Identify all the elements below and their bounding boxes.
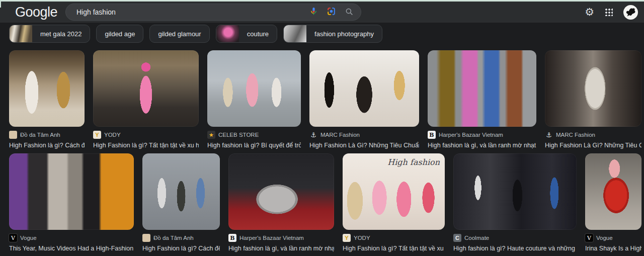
result-image[interactable] [428, 50, 536, 127]
source-favicon: C [453, 234, 461, 242]
search-submit-button[interactable] [345, 7, 354, 18]
source-name: Harper's Bazaar Vietnam [439, 132, 503, 138]
image-result-card: Đồ da Tâm Anh High Fashion là gì? Cách đ… [142, 153, 220, 252]
image-result-card: Y YODY High Fashion là gì? Tất tận tật v… [93, 50, 199, 149]
window-top-edge [0, 0, 644, 2]
apps-grid-icon [605, 8, 613, 16]
google-apps-button[interactable] [605, 8, 613, 16]
source-name: Đồ da Tâm Anh [153, 235, 194, 241]
source-name: Harper's Bazaar Vietnam [239, 235, 304, 241]
source-name: MARC Fashion [320, 132, 360, 138]
result-image[interactable] [93, 50, 199, 127]
source-name: Coolmate [464, 235, 489, 241]
result-title[interactable]: High fashion là gì? Bí quyết để trở thà.… [207, 142, 301, 149]
image-result-card: Đồ da Tâm Anh High Fashion là gì? Cách đ… [9, 50, 85, 149]
result-image[interactable] [9, 153, 134, 230]
source-name: Vogue [596, 235, 613, 241]
chip-met-gala-2022[interactable]: met gala 2022 [9, 25, 90, 43]
result-title[interactable]: High fashion là gì? Haute couture và nhữ… [453, 245, 577, 252]
result-image[interactable] [585, 153, 641, 230]
source-favicon: V [9, 234, 17, 242]
chip-gilded-glamour[interactable]: gilded glamour [149, 25, 209, 43]
source-favicon: Y [93, 131, 101, 139]
source-name: CELEB STORE [218, 132, 259, 138]
result-title[interactable]: High Fashion là gì? Cách để ... [9, 142, 85, 149]
chip-thumbnail [10, 25, 32, 43]
result-title[interactable]: This Year, Music Videos Had a High-Fashi… [9, 245, 134, 252]
top-app-bar: Google [0, 2, 644, 23]
chip-couture[interactable]: couture [216, 25, 277, 43]
source-name: YODY [354, 235, 370, 241]
image-overlay-text: High fashion [387, 157, 440, 167]
source-favicon [142, 234, 150, 242]
result-title[interactable]: Irina Shayk Is a High-F... [585, 245, 641, 252]
search-bar[interactable] [65, 4, 361, 21]
source-favicon: ⚓ [545, 131, 553, 139]
source-favicon: ★ [207, 131, 215, 139]
source-favicon: Y [343, 234, 351, 242]
source-name: YODY [104, 132, 121, 138]
source-favicon [9, 131, 17, 139]
image-result-card: High fashion Y YODY High Fashion là gì? … [343, 153, 445, 252]
source-name: MARC Fashion [556, 132, 595, 138]
result-title[interactable]: High Fashion Là Gì? Những Tiêu Chuẩn Và … [309, 142, 419, 149]
avatar [623, 5, 638, 20]
search-input[interactable] [76, 8, 309, 16]
chip-fashion-photography[interactable]: fashion photography [283, 25, 382, 43]
image-result-card: ★ CELEB STORE High fashion là gì? Bí quy… [207, 50, 301, 149]
result-image[interactable] [9, 50, 85, 127]
source-favicon: B [428, 131, 436, 139]
result-title[interactable]: High Fashion là gì? Tất tận tật về xu hư… [93, 142, 199, 149]
image-result-card: ⚓ MARC Fashion High Fashion Là Gì? Những… [545, 50, 641, 149]
settings-button[interactable]: ⚙ [585, 7, 594, 18]
settings-gear-icon: ⚙ [585, 7, 594, 18]
search-icon [345, 7, 354, 18]
microphone-icon [309, 7, 318, 17]
source-favicon: B [228, 234, 236, 242]
source-name: Vogue [20, 235, 37, 241]
result-image[interactable] [228, 153, 334, 230]
result-image[interactable]: High fashion [343, 153, 445, 230]
result-image[interactable] [309, 50, 419, 127]
camera-lens-icon [327, 7, 336, 18]
result-title[interactable]: High fashion là gì, và lần ranh mờ nhạt … [228, 245, 334, 252]
image-result-card: ⚓ MARC Fashion High Fashion Là Gì? Những… [309, 50, 419, 149]
result-image[interactable] [545, 50, 641, 127]
voice-search-button[interactable] [309, 7, 318, 17]
result-image[interactable] [453, 153, 577, 230]
window-left-edge [0, 0, 1, 8]
result-title[interactable]: High fashion là gì, và lần ranh mờ nhạt … [428, 142, 536, 149]
result-image[interactable] [142, 153, 220, 230]
source-name: Đồ da Tâm Anh [20, 132, 60, 138]
image-result-card: B Harper's Bazaar Vietnam High fashion l… [228, 153, 334, 252]
source-favicon: V [585, 234, 593, 242]
result-title[interactable]: High Fashion Là Gì? Những Tiêu Chuẩ... [545, 142, 641, 149]
source-favicon: ⚓ [309, 131, 317, 139]
google-images-results-page: Google [0, 0, 644, 256]
google-logo[interactable]: Google [15, 5, 57, 20]
chip-gilded-age[interactable]: gilded age [96, 25, 143, 43]
image-result-card: C Coolmate High fashion là gì? Haute cou… [453, 153, 577, 252]
result-image[interactable] [207, 50, 301, 127]
result-title[interactable]: High Fashion là gì? Tất tận tật về xu hư… [343, 245, 445, 252]
chip-thumbnail [284, 25, 306, 43]
image-result-card: B Harper's Bazaar Vietnam High fashion l… [428, 50, 536, 149]
chip-thumbnail [216, 25, 239, 43]
image-result-card: V Vogue Irina Shayk Is a High-F... [585, 153, 641, 252]
result-title[interactable]: High Fashion là gì? Cách để t... [142, 245, 220, 252]
related-searches-chip-row: met gala 2022 gilded age gilded glamour … [9, 25, 382, 43]
image-result-card: V Vogue This Year, Music Videos Had a Hi… [9, 153, 134, 252]
account-avatar-button[interactable] [623, 5, 638, 20]
search-by-image-button[interactable] [327, 7, 336, 18]
